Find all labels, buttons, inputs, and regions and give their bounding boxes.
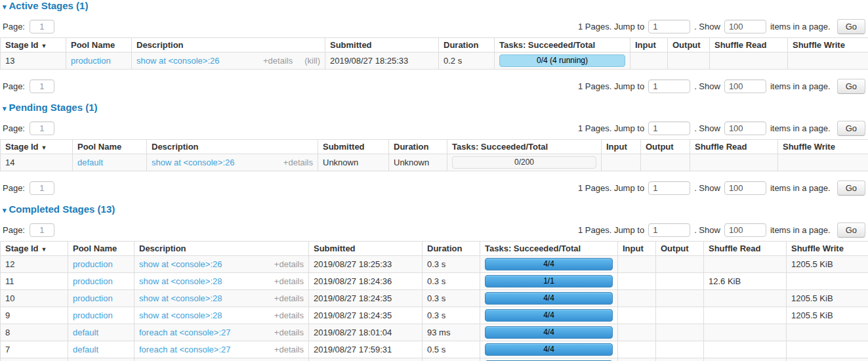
col-header-pool-name[interactable]: Pool Name [73,140,147,154]
cell-submitted: 2019/08/27 17:59:31 [309,341,423,358]
jump-to-page-input[interactable] [648,181,690,195]
col-header-stage-id[interactable]: Stage Id▼ [1,38,66,53]
col-header-input[interactable]: Input [602,140,641,154]
go-button[interactable]: Go [837,79,865,94]
col-header-output[interactable]: Output [641,140,690,154]
col-header-description[interactable]: Description [147,140,318,154]
page-number-input[interactable] [30,79,54,93]
pagination-row-completed-top: Page: 1 Pages. Jump to . Show items in a… [3,223,865,237]
details-toggle[interactable]: +details [274,328,304,337]
details-toggle[interactable]: +details [274,259,304,269]
description-link[interactable]: show at <console>:26 [136,56,219,66]
col-header-tasks[interactable]: Tasks: Succeeded/Total [480,242,618,256]
description-link[interactable]: show at <console>:28 [139,310,222,320]
pool-name-link[interactable]: production [71,56,111,66]
cell-tasks: 1/1 [480,358,618,361]
col-header-output[interactable]: Output [656,242,704,256]
kill-link[interactable]: (kill) [304,56,320,66]
pending-stages-header[interactable]: ▾Pending Stages (1) [3,102,868,114]
go-button[interactable]: Go [837,121,865,136]
col-header-shuffle-write[interactable]: Shuffle Write [787,242,868,256]
col-header-tasks[interactable]: Tasks: Succeeded/Total [447,140,602,154]
jump-to-page-input[interactable] [648,20,690,33]
page-number-input[interactable] [30,20,54,33]
details-toggle[interactable]: +details [274,293,304,303]
jump-to-page-input[interactable] [648,121,690,135]
cell-stage-id: 9 [1,307,68,324]
items-per-page-input[interactable] [724,181,766,195]
page-number-input[interactable] [30,121,54,135]
table-header-row: Stage Id▼ Pool Name Description Submitte… [1,140,868,154]
cell-description: show at <console>:28+details [134,307,309,324]
pool-name-link[interactable]: default [73,328,98,337]
details-toggle[interactable]: +details [283,158,313,167]
cell-stage-id: 7 [1,341,68,358]
completed-stages-header[interactable]: ▾Completed Stages (13) [3,204,868,215]
details-toggle[interactable]: +details [274,345,304,354]
go-button[interactable]: Go [837,223,865,238]
cell-input [618,341,656,358]
active-stages-header[interactable]: ▾Active Stages (1) [3,1,868,12]
cell-shuffle-read [704,324,787,341]
cell-shuffle-read [704,307,787,324]
col-header-input[interactable]: Input [618,242,656,256]
description-link[interactable]: show at <console>:28 [139,293,222,303]
go-button[interactable]: Go [837,180,865,196]
col-header-submitted[interactable]: Submitted [318,140,389,154]
cell-duration: 0.3 s [423,290,480,307]
table-header-row: Stage Id▼ Pool Name Description Submitte… [1,38,868,53]
description-link[interactable]: show at <console>:26 [152,158,234,167]
pool-name-link[interactable]: production [73,276,113,286]
col-header-pool-name[interactable]: Pool Name [68,242,134,256]
col-header-description[interactable]: Description [132,38,325,53]
cell-shuffle-write [787,358,868,361]
pool-name-link[interactable]: production [73,310,113,320]
details-toggle[interactable]: +details [263,56,293,66]
description-link[interactable]: show at <console>:26 [139,259,222,269]
jump-to-page-input[interactable] [648,223,690,237]
items-per-page-input[interactable] [724,79,766,93]
col-header-submitted[interactable]: Submitted [309,242,423,256]
pool-name-link[interactable]: production [73,293,113,303]
items-per-page-input[interactable] [724,223,766,237]
col-header-shuffle-read[interactable]: Shuffle Read [690,140,778,154]
col-header-stage-id[interactable]: Stage Id▼ [1,140,73,154]
col-header-output[interactable]: Output [668,38,710,53]
cell-output [656,256,704,273]
cell-description: show at <console>:28+details [134,290,309,307]
details-toggle[interactable]: +details [274,310,304,320]
col-header-duration[interactable]: Duration [439,38,495,53]
col-header-submitted[interactable]: Submitted [325,38,439,53]
show-label: . Show [694,22,720,32]
description-link[interactable]: foreach at <console>:27 [139,328,231,337]
col-header-shuffle-read[interactable]: Shuffle Read [710,38,788,53]
items-per-page-input[interactable] [724,121,766,135]
pagination-row-active-top: Page: 1 Pages. Jump to . Show items in a… [3,19,865,33]
page-number-input[interactable] [30,223,54,237]
items-per-page-input[interactable] [724,20,766,33]
pool-name-link[interactable]: production [73,259,113,269]
details-toggle[interactable]: +details [274,276,304,286]
table-row: 7 default foreach at <console>:27+detail… [1,341,868,358]
col-header-shuffle-write[interactable]: Shuffle Write [788,38,868,53]
cell-shuffle-read [704,256,787,273]
description-link[interactable]: show at <console>:28 [139,276,222,286]
col-header-input[interactable]: Input [630,38,668,53]
col-header-tasks[interactable]: Tasks: Succeeded/Total [495,38,630,53]
jump-to-page-input[interactable] [648,79,690,93]
pool-name-link[interactable]: default [77,158,103,167]
col-header-duration[interactable]: Duration [423,242,480,256]
col-header-duration[interactable]: Duration [389,140,447,154]
go-button[interactable]: Go [837,19,865,34]
col-header-stage-id[interactable]: Stage Id▼ [1,242,68,256]
col-header-pool-name[interactable]: Pool Name [66,38,132,53]
tasks-progress-bar: 4/4 [485,258,613,270]
col-header-description[interactable]: Description [134,242,309,256]
col-header-shuffle-read[interactable]: Shuffle Read [704,242,787,256]
description-link[interactable]: foreach at <console>:27 [139,345,231,354]
pool-name-link[interactable]: default [73,345,98,354]
col-header-shuffle-write[interactable]: Shuffle Write [778,140,868,154]
table-row: 11 production show at <console>:28+detai… [1,273,868,290]
page-number-input[interactable] [30,181,54,195]
cell-output [668,53,710,70]
